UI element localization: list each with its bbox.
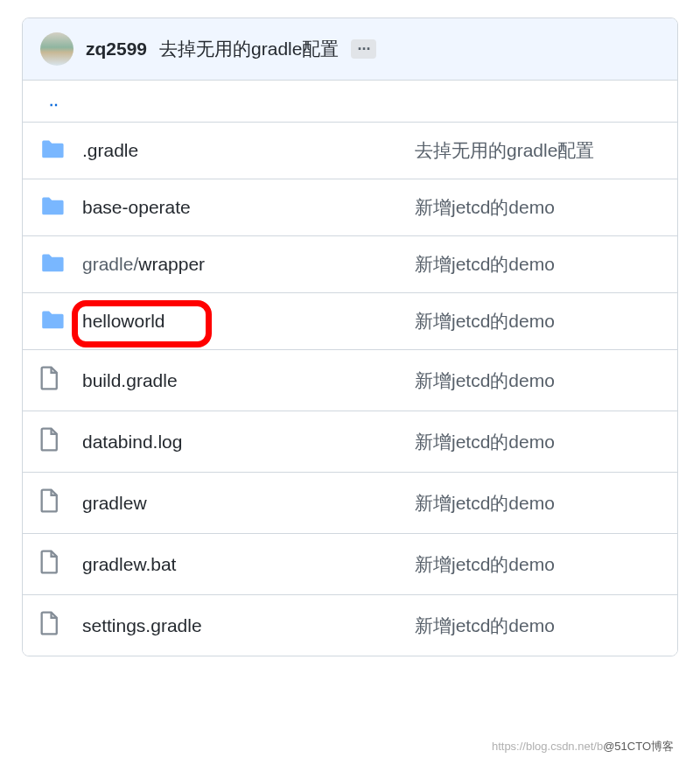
file-row[interactable]: helloworld新增jetcd的demo bbox=[23, 293, 677, 350]
folder-icon bbox=[40, 142, 65, 162]
file-icon bbox=[40, 619, 60, 639]
file-name[interactable]: build.gradle bbox=[82, 370, 178, 391]
file-row[interactable]: gradlew新增jetcd的demo bbox=[23, 473, 677, 534]
file-name[interactable]: settings.gradle bbox=[82, 615, 202, 636]
file-row[interactable]: base-operate新增jetcd的demo bbox=[23, 179, 677, 236]
file-row[interactable]: gradlew.bat新增jetcd的demo bbox=[23, 534, 677, 595]
parent-directory-link[interactable]: ‥ bbox=[49, 94, 59, 109]
commit-message[interactable]: 去掉无用的gradle配置 bbox=[159, 37, 339, 61]
commit-message-cell[interactable]: 新增jetcd的demo bbox=[415, 309, 660, 333]
commit-message-cell[interactable]: 新增jetcd的demo bbox=[415, 252, 660, 277]
file-row[interactable]: databind.log新增jetcd的demo bbox=[23, 411, 677, 473]
file-row[interactable]: build.gradle新增jetcd的demo bbox=[23, 350, 677, 411]
commit-header: zq2599 去掉无用的gradle配置 ··· bbox=[23, 18, 677, 81]
commit-message-cell[interactable]: 新增jetcd的demo bbox=[415, 491, 660, 516]
file-icon bbox=[40, 374, 60, 394]
commit-message-cell[interactable]: 新增jetcd的demo bbox=[415, 552, 660, 577]
username-link[interactable]: zq2599 bbox=[86, 39, 147, 60]
file-name[interactable]: databind.log bbox=[82, 432, 182, 453]
file-icon bbox=[40, 496, 60, 516]
watermark: https://blog.csdn.net/b@51CTO博客 bbox=[492, 739, 674, 754]
folder-icon bbox=[40, 312, 65, 333]
file-name[interactable]: base-operate bbox=[82, 197, 191, 218]
file-row[interactable]: .gradle去掉无用的gradle配置 bbox=[23, 123, 677, 179]
file-list: ‥ .gradle去掉无用的gradle配置base-operate新增jetc… bbox=[23, 81, 677, 656]
file-name[interactable]: gradlew.bat bbox=[82, 554, 176, 575]
more-button[interactable]: ··· bbox=[351, 39, 376, 59]
folder-icon bbox=[40, 199, 65, 219]
folder-icon bbox=[40, 256, 65, 276]
parent-directory-row[interactable]: ‥ bbox=[23, 81, 677, 123]
commit-message-cell[interactable]: 新增jetcd的demo bbox=[415, 614, 660, 638]
commit-message-cell[interactable]: 去掉无用的gradle配置 bbox=[415, 138, 660, 163]
avatar[interactable] bbox=[40, 32, 74, 66]
file-name[interactable]: .gradle bbox=[82, 140, 138, 161]
file-icon bbox=[40, 558, 60, 578]
commit-message-cell[interactable]: 新增jetcd的demo bbox=[415, 430, 660, 454]
file-row[interactable]: gradle/wrapper新增jetcd的demo bbox=[23, 236, 677, 293]
file-name[interactable]: helloworld bbox=[82, 311, 165, 332]
file-icon bbox=[40, 435, 60, 455]
file-browser: zq2599 去掉无用的gradle配置 ··· ‥ .gradle去掉无用的g… bbox=[22, 18, 678, 656]
commit-message-cell[interactable]: 新增jetcd的demo bbox=[415, 195, 660, 220]
file-row[interactable]: settings.gradle新增jetcd的demo bbox=[23, 595, 677, 656]
commit-message-cell[interactable]: 新增jetcd的demo bbox=[415, 368, 660, 393]
path-prefix[interactable]: gradle/ bbox=[82, 254, 138, 275]
file-name[interactable]: wrapper bbox=[138, 254, 205, 275]
file-name[interactable]: gradlew bbox=[82, 493, 147, 514]
